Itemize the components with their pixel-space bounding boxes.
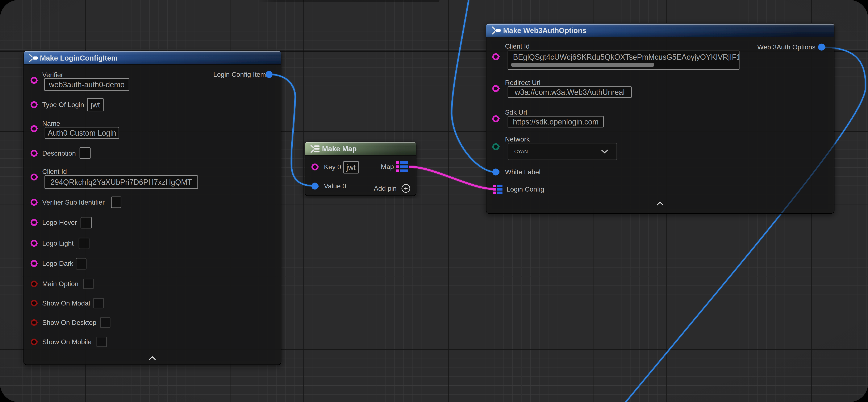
svg-text:Redirect Url: Redirect Url	[505, 79, 540, 86]
svg-text:Show On Modal: Show On Modal	[42, 299, 90, 307]
svg-text:Show On Desktop: Show On Desktop	[42, 319, 96, 326]
svg-text:Sdk Url: Sdk Url	[505, 109, 527, 116]
svg-text:web3auth-auth0-demo: web3auth-auth0-demo	[49, 80, 125, 89]
svg-text:jwt: jwt	[91, 100, 100, 109]
svg-text:294QRkchfq2YaXUbPri7D6PH7xzHgQ: 294QRkchfq2YaXUbPri7D6PH7xzHgQMT	[51, 178, 192, 186]
svg-text:Map: Map	[381, 163, 394, 171]
svg-text:https://sdk.openlogin.com: https://sdk.openlogin.com	[513, 117, 598, 126]
svg-text:Show On Mobile: Show On Mobile	[42, 338, 92, 346]
svg-text:Name: Name	[42, 120, 60, 127]
svg-text:Auth0 Custom Login: Auth0 Custom Login	[48, 129, 116, 137]
svg-text:Key 0: Key 0	[324, 163, 341, 171]
svg-text:Description: Description	[42, 149, 76, 157]
svg-text:Logo Dark: Logo Dark	[42, 260, 73, 267]
svg-text:Login Config: Login Config	[506, 185, 544, 193]
svg-text:Type Of Login: Type Of Login	[42, 101, 84, 109]
svg-text:Login Config Item: Login Config Item	[213, 70, 266, 78]
svg-text:Client Id: Client Id	[505, 42, 530, 50]
svg-text:White Label: White Label	[505, 168, 540, 176]
svg-text:Make LoginConfigItem: Make LoginConfigItem	[40, 54, 118, 62]
svg-text:Main Option: Main Option	[42, 280, 79, 288]
svg-text:Logo Hover: Logo Hover	[42, 219, 77, 226]
svg-text:Make Map: Make Map	[322, 145, 357, 153]
svg-text:Verifier Sub Identifier: Verifier Sub Identifier	[42, 199, 104, 206]
svg-text:Network: Network	[505, 135, 530, 143]
svg-text:Make Web3AuthOptions: Make Web3AuthOptions	[503, 27, 586, 34]
svg-text:Logo Light: Logo Light	[42, 239, 74, 247]
svg-text:Value 0: Value 0	[324, 182, 346, 190]
svg-text:BEglQSgt4cUWcj6SKRdu5QkOXTsePm: BEglQSgt4cUWcj6SKRdu5QkOXTsePmMcusG5EAoy…	[513, 53, 742, 61]
svg-text:Verifier: Verifier	[42, 71, 63, 79]
svg-text:w3a://com.w3a.Web3AuthUnreal: w3a://com.w3a.Web3AuthUnreal	[515, 88, 625, 96]
svg-text:Add pin: Add pin	[374, 184, 397, 192]
svg-text:jwt: jwt	[346, 163, 355, 172]
svg-text:Client Id: Client Id	[42, 168, 67, 175]
svg-text:Web 3Auth Options: Web 3Auth Options	[757, 43, 815, 51]
svg-text:CYAN: CYAN	[514, 149, 528, 154]
